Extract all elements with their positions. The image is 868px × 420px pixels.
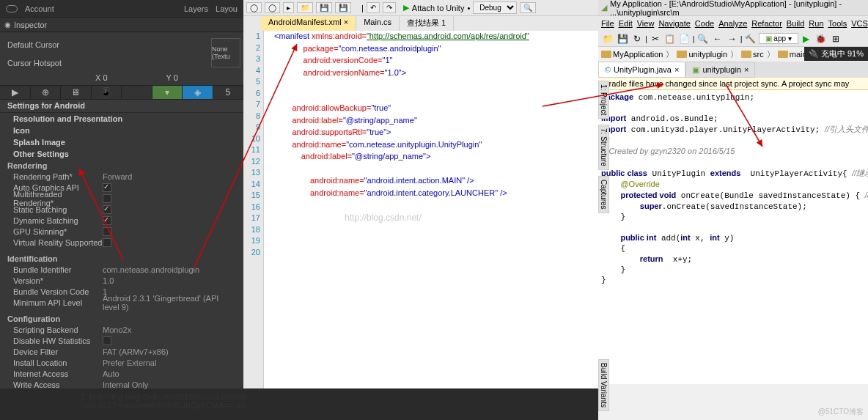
y-field[interactable]: Y 0: [166, 73, 178, 82]
tab-main[interactable]: Main.cs: [356, 16, 400, 31]
tab-unityplugin-java[interactable]: ©UnityPlugin.java ×: [598, 62, 685, 78]
unity-top-bar: Account Layers Layou: [0, 0, 243, 18]
rendering-header: Rendering: [7, 161, 47, 170]
platform-android-icon[interactable]: ▾: [152, 86, 183, 99]
cursor-section: Default Cursor: [0, 32, 243, 56]
save-icon[interactable]: 💾: [316, 2, 332, 13]
unity-inspector-panel: Account Layers Layou Inspector Default C…: [0, 0, 243, 388]
platform-ios-icon[interactable]: 📱: [92, 86, 122, 99]
run-icon[interactable]: ▶: [800, 32, 813, 45]
new-icon[interactable]: ▸: [283, 2, 294, 13]
debug-icon[interactable]: 🐞: [814, 32, 828, 45]
cloud-icon[interactable]: [6, 5, 18, 12]
gradle-sync-notice[interactable]: Gradle files have changed since last pro…: [598, 78, 868, 90]
cursor-hotspot-row: Cursor Hotspot: [0, 56, 243, 70]
open-icon[interactable]: 📁: [601, 32, 614, 45]
other-settings-section[interactable]: Other Settings: [0, 148, 243, 160]
run-config-dropdown[interactable]: ▣ app ▾: [759, 33, 798, 44]
captures-tool[interactable]: Captures: [598, 176, 609, 213]
icon-section[interactable]: Icon: [0, 125, 243, 136]
default-cursor-label: Default Cursor: [7, 40, 103, 49]
paste-icon[interactable]: 📄: [678, 32, 691, 45]
as-title-bar: ◢ My Application - [E:\AndroidStudio\MyA…: [598, 0, 868, 16]
inspector-header[interactable]: Inspector: [0, 18, 243, 32]
visual-studio-panel: ◯ ◯ ▸ 📁 💾 💾 | ↶ ↷ ▶ Attach to Unity • De…: [243, 0, 598, 388]
copy-icon[interactable]: 📋: [663, 32, 677, 45]
find-icon[interactable]: 🔍: [520, 2, 536, 13]
tab-manifest[interactable]: AndroidManifest.xml ×: [261, 16, 356, 31]
attach-button[interactable]: Attach to Unity: [412, 4, 465, 12]
battery-indicator: 🔌 充电中 91%: [804, 47, 868, 61]
platform-html5-icon[interactable]: 5: [213, 86, 244, 99]
project-tool[interactable]: 1: Project: [598, 81, 609, 119]
vs-tabs: AndroidManifest.xml × Main.cs 查找结果 1: [243, 16, 598, 31]
nav-back-icon[interactable]: ◯: [246, 2, 262, 13]
platform-blackberry-icon[interactable]: [122, 86, 152, 99]
android-studio-icon: ◢: [601, 3, 607, 12]
account-dropdown[interactable]: Account: [25, 4, 54, 13]
texture-none-box[interactable]: None (Textu: [211, 38, 240, 67]
play-icon[interactable]: ▶: [403, 3, 409, 12]
config-dropdown[interactable]: Debug: [473, 1, 517, 14]
sync-icon[interactable]: ↻: [630, 32, 644, 45]
settings-android-header: Settings for Android: [0, 100, 243, 113]
close-icon[interactable]: ×: [344, 18, 348, 26]
identification-header: Identification: [7, 254, 57, 263]
platform-icons: ▶ ⊕ 🖥 📱 ▾ ◈ 5: [0, 85, 243, 100]
fwd-icon[interactable]: →: [726, 32, 739, 45]
nav-fwd-icon[interactable]: ◯: [265, 2, 280, 13]
platform-default-icon[interactable]: ▶: [0, 86, 31, 99]
tab-unityplugin[interactable]: ▣unityplugin ×: [685, 62, 755, 78]
redo-icon[interactable]: ↷: [383, 2, 396, 13]
save-all-icon[interactable]: 💾: [335, 2, 351, 13]
cursor-hotspot-label: Cursor Hotspot: [7, 59, 62, 67]
layout-dropdown[interactable]: Layou: [216, 4, 238, 13]
back-icon[interactable]: ←: [711, 32, 724, 45]
cto-watermark: @51CTO博客: [818, 407, 864, 417]
as-menu-bar: FileEditViewNavigateCodeAnalyzeRefactorB…: [598, 16, 868, 31]
xml-code[interactable]: <manifest xmlns:android="http://schemas.…: [264, 31, 598, 388]
save-icon[interactable]: 💾: [616, 32, 629, 45]
cut-icon[interactable]: ✂: [649, 32, 662, 45]
watermark: http://blog.csdn.net/: [345, 213, 422, 223]
resolution-section[interactable]: Resolution and Presentation: [0, 113, 243, 125]
x-field[interactable]: X 0: [95, 73, 108, 82]
java-code[interactable]: package com.netease.unityplugin; import …: [598, 90, 868, 384]
build-icon[interactable]: 🔨: [744, 32, 757, 45]
more-icon[interactable]: ⊞: [829, 32, 842, 45]
splash-section[interactable]: Splash Image: [0, 136, 243, 148]
as-toolbar: 📁 💾 ↻ | ✂ 📋 📄 | 🔍 ← → | 🔨 ▣ app ▾ ▶ 🐞 ⊞: [598, 31, 868, 47]
configuration-header: Configuration: [7, 314, 60, 323]
open-icon[interactable]: 📁: [297, 2, 313, 13]
undo-icon[interactable]: ↶: [367, 2, 380, 13]
android-studio-panel: ◢ My Application - [E:\AndroidStudio\MyA…: [598, 0, 868, 420]
tab-find-results[interactable]: 查找结果 1: [400, 16, 454, 31]
line-gutter: 1234567891011121314151617181920: [243, 31, 264, 388]
platform-pc-icon[interactable]: 🖥: [61, 86, 92, 99]
variants-tool[interactable]: Build Variants: [598, 359, 609, 411]
platform-tizen-icon[interactable]: ◈: [183, 86, 213, 99]
layers-dropdown[interactable]: Layers: [184, 4, 208, 13]
vs-toolbar: ◯ ◯ ▸ 📁 💾 💾 | ↶ ↷ ▶ Attach to Unity • De…: [243, 0, 598, 16]
platform-web-icon[interactable]: ⊕: [31, 86, 62, 99]
footer: 1. http://img.blog.csdn.net/201605152310…: [81, 392, 247, 410]
structure-tool[interactable]: 7: Structure: [598, 125, 609, 170]
find-icon[interactable]: 🔍: [696, 32, 710, 45]
